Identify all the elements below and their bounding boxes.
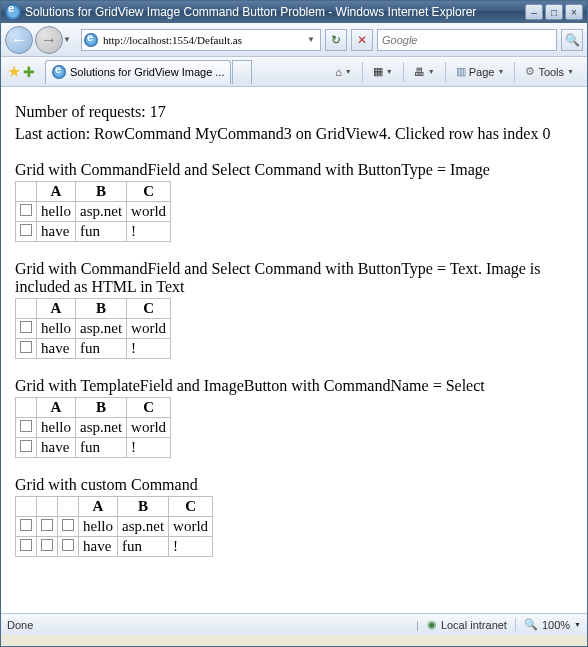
column-header: A bbox=[79, 497, 118, 517]
table-row: havefun! bbox=[16, 339, 171, 359]
grid-title: Grid with CommandField and Select Comman… bbox=[15, 161, 573, 179]
gear-icon: ⚙ bbox=[525, 65, 535, 78]
data-cell: have bbox=[37, 339, 76, 359]
table-row: havefun! bbox=[16, 438, 171, 458]
gridview: ABChelloasp.networldhavefun! bbox=[15, 397, 171, 458]
command-image-button[interactable] bbox=[20, 440, 32, 452]
column-header: B bbox=[76, 182, 127, 202]
zoom-icon: 🔍 bbox=[524, 618, 538, 631]
command-image-button[interactable] bbox=[41, 539, 53, 551]
favorites-star-icon[interactable]: ★ bbox=[7, 62, 21, 81]
data-cell: ! bbox=[169, 537, 213, 557]
data-cell: ! bbox=[127, 339, 171, 359]
print-button[interactable]: 🖶▼ bbox=[409, 63, 440, 81]
close-button[interactable]: × bbox=[565, 4, 583, 20]
data-cell: fun bbox=[118, 537, 169, 557]
data-cell: fun bbox=[76, 339, 127, 359]
command-image-button[interactable] bbox=[20, 420, 32, 432]
refresh-button[interactable]: ↻ bbox=[325, 29, 347, 51]
column-header: B bbox=[76, 299, 127, 319]
data-cell: world bbox=[127, 319, 171, 339]
command-cell bbox=[16, 517, 37, 537]
command-header bbox=[58, 497, 79, 517]
data-cell: ! bbox=[127, 438, 171, 458]
add-favorites-icon[interactable]: ✚ bbox=[23, 64, 35, 80]
status-text: Done bbox=[7, 619, 416, 631]
favorites-bar: ★ ✚ Solutions for GridView Image ... ⌂▼ … bbox=[1, 57, 587, 87]
data-cell: fun bbox=[76, 222, 127, 242]
status-bar: Done | ◉ Local intranet 🔍 100% ▼ bbox=[1, 613, 587, 635]
data-cell: hello bbox=[37, 202, 76, 222]
data-cell: have bbox=[37, 222, 76, 242]
search-input[interactable] bbox=[380, 33, 554, 47]
feeds-button[interactable]: ▦▼ bbox=[368, 62, 398, 81]
grid-title: Grid with custom Command bbox=[15, 476, 573, 494]
data-cell: hello bbox=[79, 517, 118, 537]
tab-label: Solutions for GridView Image ... bbox=[70, 66, 224, 78]
grid-title: Grid with CommandField and Select Comman… bbox=[15, 260, 573, 296]
command-header bbox=[16, 497, 37, 517]
tools-menu[interactable]: ⚙ Tools▼ bbox=[520, 62, 579, 81]
window-title: Solutions for GridView Image Command But… bbox=[25, 5, 523, 19]
data-cell: asp.net bbox=[76, 418, 127, 438]
feeds-icon: ▦ bbox=[373, 65, 383, 78]
window-titlebar: Solutions for GridView Image Command But… bbox=[1, 1, 587, 23]
table-row: havefun! bbox=[16, 222, 171, 242]
column-header: C bbox=[127, 398, 171, 418]
new-tab-button[interactable] bbox=[232, 60, 252, 84]
data-cell: hello bbox=[37, 319, 76, 339]
command-image-button[interactable] bbox=[20, 321, 32, 333]
command-header bbox=[16, 182, 37, 202]
tab-favicon-icon bbox=[52, 65, 66, 79]
security-zone[interactable]: ◉ Local intranet bbox=[427, 618, 507, 631]
command-header bbox=[16, 398, 37, 418]
page-icon: ▥ bbox=[456, 65, 466, 78]
requests-count: Number of requests: 17 bbox=[15, 103, 573, 121]
data-cell: asp.net bbox=[76, 202, 127, 222]
data-cell: have bbox=[37, 438, 76, 458]
command-image-button[interactable] bbox=[62, 539, 74, 551]
data-cell: fun bbox=[76, 438, 127, 458]
table-row: havefun! bbox=[16, 537, 213, 557]
data-cell: ! bbox=[127, 222, 171, 242]
forward-button[interactable]: → bbox=[35, 26, 63, 54]
command-image-button[interactable] bbox=[20, 341, 32, 353]
home-button[interactable]: ⌂▼ bbox=[330, 63, 357, 81]
command-image-button[interactable] bbox=[20, 519, 32, 531]
search-bar bbox=[377, 29, 557, 51]
data-cell: world bbox=[127, 418, 171, 438]
url-input[interactable] bbox=[101, 31, 304, 49]
tab-active[interactable]: Solutions for GridView Image ... bbox=[45, 60, 231, 84]
data-cell: world bbox=[169, 517, 213, 537]
data-cell: asp.net bbox=[118, 517, 169, 537]
column-header: A bbox=[37, 398, 76, 418]
column-header: C bbox=[169, 497, 213, 517]
command-image-button[interactable] bbox=[41, 519, 53, 531]
column-header: A bbox=[37, 299, 76, 319]
search-button[interactable]: 🔍 bbox=[561, 29, 583, 51]
command-cell bbox=[16, 438, 37, 458]
command-image-button[interactable] bbox=[20, 224, 32, 236]
page-menu[interactable]: ▥ Page▼ bbox=[451, 62, 510, 81]
ie-icon bbox=[5, 4, 21, 20]
page-content: Number of requests: 17 Last action: RowC… bbox=[1, 87, 587, 613]
command-image-button[interactable] bbox=[20, 204, 32, 216]
data-cell: hello bbox=[37, 418, 76, 438]
command-image-button[interactable] bbox=[20, 539, 32, 551]
url-dropdown[interactable]: ▼ bbox=[304, 35, 318, 44]
history-dropdown[interactable]: ▼ bbox=[63, 35, 75, 44]
command-cell bbox=[37, 537, 58, 557]
table-row: helloasp.networld bbox=[16, 202, 171, 222]
minimize-button[interactable]: – bbox=[525, 4, 543, 20]
maximize-button[interactable]: □ bbox=[545, 4, 563, 20]
zoom-control[interactable]: 🔍 100% ▼ bbox=[515, 618, 581, 631]
table-row: helloasp.networld bbox=[16, 319, 171, 339]
command-image-button[interactable] bbox=[62, 519, 74, 531]
command-header bbox=[16, 299, 37, 319]
column-header: B bbox=[118, 497, 169, 517]
command-cell bbox=[16, 319, 37, 339]
stop-button[interactable]: ✕ bbox=[351, 29, 373, 51]
back-button[interactable]: ← bbox=[5, 26, 33, 54]
navigation-bar: ← → ▼ ▼ ↻ ✕ 🔍 bbox=[1, 23, 587, 57]
column-header: C bbox=[127, 182, 171, 202]
